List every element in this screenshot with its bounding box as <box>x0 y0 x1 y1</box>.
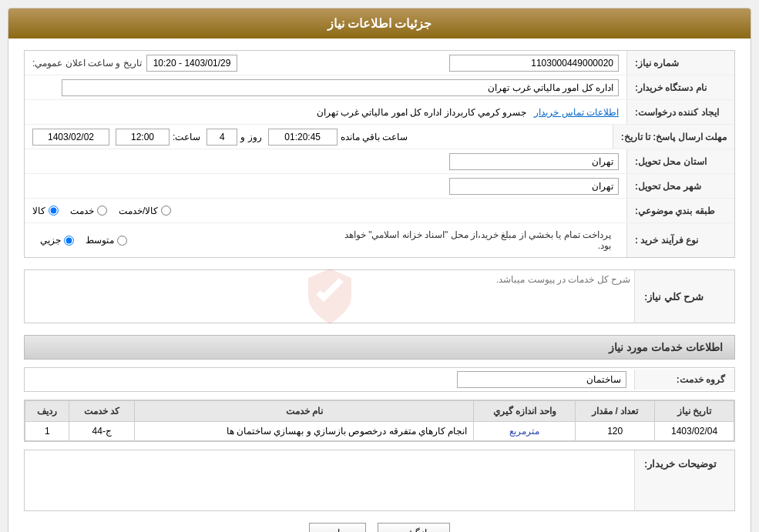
radio-khedmat[interactable] <box>97 206 107 216</box>
radio-mottavaset[interactable] <box>117 236 127 246</box>
province-value <box>25 150 626 173</box>
reply-deadline-label: مهلت ارسال پاسخ: تا تاريخ: <box>613 125 734 149</box>
cell-date: 1403/02/04 <box>655 422 734 441</box>
service-group-value <box>25 368 634 391</box>
category-row: طبقه بندي موضوعي: کالا/خدمت خدمت کالا <box>25 199 734 223</box>
page-title: جزئيات اطلاعات نياز <box>8 8 751 38</box>
announcement-date-label: تاريخ و ساعت اعلان عمومي: <box>32 58 142 69</box>
province-label: استان محل تحويل: <box>626 149 734 173</box>
col-service-code: کد خدمت <box>69 401 135 422</box>
category-radios: کالا/خدمت خدمت کالا <box>25 202 626 219</box>
days-value: 4 <box>207 129 237 146</box>
general-desc-section: شرح کلي نياز: <box>24 269 735 323</box>
city-label: شهر محل تحويل: <box>626 174 734 198</box>
buyer-comments-textarea[interactable] <box>29 454 630 504</box>
table-header-row: تاريخ نياز تعداد / مقدار واحد اندازه گير… <box>25 401 734 422</box>
type-mottavaset[interactable]: متوسط <box>86 235 127 246</box>
cell-unit: مترمربع <box>474 422 576 441</box>
watermark-area <box>29 274 630 319</box>
radio-jozvi[interactable] <box>64 236 74 246</box>
creator-value: اطلاعات تماس خريدار جسرو کرمي کاربرداز ا… <box>25 104 626 121</box>
purchase-type-area: پرداخت تمام يا بخشي از مبلغ خريد،از محل … <box>25 223 626 257</box>
city-input[interactable] <box>449 178 619 195</box>
buyer-org-label: نام دستگاه خريدار: <box>626 75 734 99</box>
main-info-section: شماره نياز: 1403/01/29 - 10:20 تاريخ و س… <box>24 50 735 258</box>
creator-text: جسرو کرمي کاربرداز اداره کل امور مالياتي… <box>317 107 527 118</box>
days-group: روز و 4 <box>207 129 261 146</box>
province-input[interactable] <box>449 153 619 170</box>
buyer-org-value <box>25 76 626 99</box>
buyer-comments-label: توضيحات خريدار: <box>634 450 734 510</box>
category-kala-khedmat[interactable]: کالا/خدمت <box>119 206 171 216</box>
date-group: 1403/02/02 <box>32 129 109 146</box>
service-group-input[interactable] <box>457 371 626 388</box>
cell-row-num: 1 <box>25 422 69 441</box>
time-value: 12:00 <box>116 129 170 146</box>
col-row-num: رديف <box>25 401 69 422</box>
col-unit: واحد اندازه گيري <box>474 401 576 422</box>
print-button[interactable]: چاپ <box>309 523 366 532</box>
col-service-name: نام خدمت <box>135 401 474 422</box>
col-date: تاريخ نياز <box>655 401 734 422</box>
buyer-comments-section: توضيحات خريدار: <box>24 450 735 511</box>
buyer-org-row: نام دستگاه خريدار: <box>25 75 734 100</box>
city-row: شهر محل تحويل: <box>25 174 734 199</box>
contact-info-link[interactable]: اطلاعات تماس خريدار <box>534 107 619 118</box>
purchase-type-radios: متوسط جزيي <box>32 232 326 249</box>
category-khedmat[interactable]: خدمت <box>70 206 107 216</box>
time-label: ساعت: <box>173 132 200 142</box>
reply-deadline-fields: ساعت باقي مانده 01:20:45 روز و 4 ساعت: 1… <box>25 125 613 149</box>
city-value <box>25 175 626 198</box>
creator-row: ايجاد کننده درخواست: اطلاعات تماس خريدار… <box>25 100 734 125</box>
need-number-value <box>245 52 626 75</box>
col-qty: تعداد / مقدار <box>576 401 655 422</box>
service-group-row: گروه خدمت: <box>24 367 735 392</box>
category-kala[interactable]: کالا <box>32 206 59 216</box>
services-table-container: تاريخ نياز تعداد / مقدار واحد اندازه گير… <box>24 400 735 442</box>
radio-kala-khedmat[interactable] <box>161 206 171 216</box>
type-jozvi[interactable]: جزيي <box>40 235 74 246</box>
need-number-label: شماره نياز: <box>626 51 734 75</box>
general-desc-textarea[interactable] <box>29 274 630 316</box>
buyer-comments-container <box>25 450 634 510</box>
hours-remaining-group: ساعت باقي مانده 01:20:45 <box>268 129 408 146</box>
service-group-label: گروه خدمت: <box>634 370 734 390</box>
services-table: تاريخ نياز تعداد / مقدار واحد اندازه گير… <box>25 400 734 441</box>
purchase-type-row: نوع فرآيند خريد : پرداخت تمام يا بخشي از… <box>25 223 734 257</box>
need-number-row: شماره نياز: 1403/01/29 - 10:20 تاريخ و س… <box>25 51 734 75</box>
general-desc-label: شرح کلي نياز: <box>634 270 734 323</box>
purchase-type-label: نوع فرآيند خريد : <box>626 223 734 257</box>
province-row: استان محل تحويل: <box>25 149 734 174</box>
radio-kala[interactable] <box>49 206 59 216</box>
services-section-header: اطلاعات خدمات مورد نياز <box>24 335 735 360</box>
general-desc-container <box>25 270 634 323</box>
category-label: طبقه بندي موضوعي: <box>626 199 734 223</box>
time-group: ساعت: 12:00 <box>116 129 200 146</box>
cell-service-name: انجام کارهاي متفرقه درخصوص بازسازي و بهس… <box>135 422 474 441</box>
announcement-date-value: 1403/01/29 - 10:20 <box>146 55 238 72</box>
reply-deadline-row: مهلت ارسال پاسخ: تا تاريخ: ساعت باقي مان… <box>25 125 734 149</box>
buyer-org-input[interactable] <box>62 79 619 96</box>
cell-service-code: ج-44 <box>69 422 135 441</box>
deadline-date-value: 1403/02/02 <box>32 129 109 146</box>
table-row: 1403/02/04 120 مترمربع انجام کارهاي متفر… <box>25 422 734 441</box>
days-label: روز و <box>240 132 261 142</box>
creator-label: ايجاد کننده درخواست: <box>626 100 734 124</box>
cell-qty: 120 <box>576 422 655 441</box>
need-number-input[interactable] <box>449 55 619 72</box>
back-button[interactable]: بازگشت <box>378 523 450 532</box>
hours-remaining-value: 01:20:45 <box>268 129 338 146</box>
purchase-notice-text: پرداخت تمام يا بخشي از مبلغ خريد،از محل … <box>326 226 620 254</box>
action-buttons: بازگشت چاپ <box>24 523 735 532</box>
hours-remaining-label: ساعت باقي مانده <box>341 132 408 142</box>
